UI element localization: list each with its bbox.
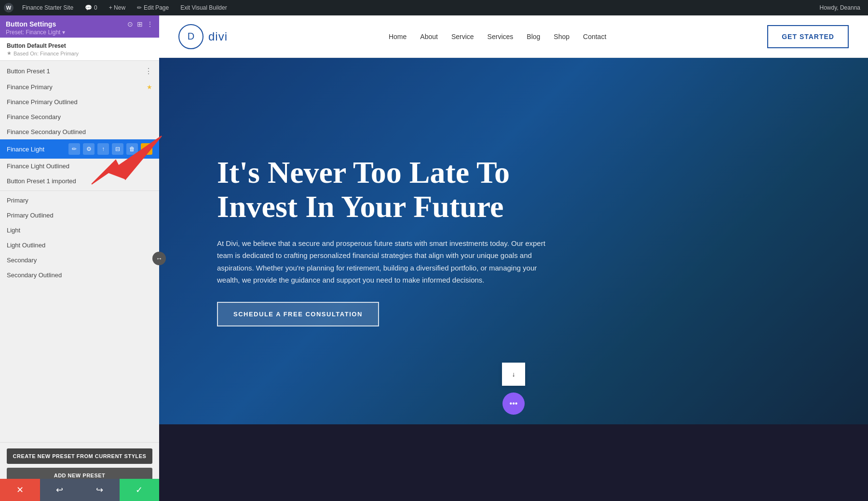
preset-list: Button Preset 1 ⋮ Finance Primary ★ Fina…: [0, 61, 159, 284]
admin-comments[interactable]: 💬 0: [82, 0, 100, 15]
redo-button[interactable]: ↪: [80, 479, 120, 501]
cancel-button[interactable]: ✕: [0, 479, 40, 501]
nav-home[interactable]: Home: [389, 33, 407, 41]
logo-text: divi: [208, 30, 228, 43]
default-preset-section: Button Default Preset ★ Based On: Financ…: [0, 38, 159, 61]
default-preset-title: Button Default Preset: [7, 42, 152, 49]
preset-item-finance-secondary-outlined[interactable]: Finance Secondary Outlined: [0, 124, 159, 139]
scroll-down-button[interactable]: ↓: [502, 363, 525, 386]
nav-about[interactable]: About: [420, 33, 438, 41]
save-icon: ✓: [136, 485, 143, 495]
preset-item-finance-light-outlined[interactable]: Finance Light Outlined: [0, 159, 159, 174]
ellipsis-icon: •••: [510, 399, 518, 408]
redo-icon: ↪: [96, 485, 103, 495]
preset-export-icon[interactable]: ↑: [97, 143, 109, 155]
arrow-down-icon: ↓: [512, 371, 515, 378]
preset-item-finance-primary[interactable]: Finance Primary ★: [0, 80, 159, 95]
admin-site-name[interactable]: Finance Starter Site: [19, 0, 76, 15]
preset-item-finance-secondary[interactable]: Finance Secondary: [0, 109, 159, 124]
panel-resize-handle[interactable]: ↔: [152, 252, 166, 265]
hero-body-text: At Divi, we believe that a secure and pr…: [217, 237, 555, 286]
admin-new[interactable]: + New: [106, 0, 128, 15]
preset-star-active-icon[interactable]: ★: [141, 143, 152, 155]
admin-exit-builder[interactable]: Exit Visual Builder: [177, 0, 230, 15]
admin-howdy: Howdy, Deanna: [816, 4, 865, 11]
preset-item-button-preset-1[interactable]: Button Preset 1 ⋮: [0, 63, 159, 80]
site-logo: D divi: [178, 24, 228, 49]
panel-content: Button Default Preset ★ Based On: Financ…: [0, 38, 159, 442]
preset-item-button-preset-1-imported[interactable]: Button Preset 1 imported: [0, 174, 159, 189]
button-settings-panel: Button Settings Preset: Finance Light ▾ …: [0, 15, 159, 501]
preset-edit-icon[interactable]: ✏: [68, 143, 80, 155]
nav-blog[interactable]: Blog: [527, 33, 540, 41]
preset-item-primary-outlined[interactable]: Primary Outlined: [0, 208, 159, 223]
nav-shop[interactable]: Shop: [554, 33, 570, 41]
undo-button[interactable]: ↩: [40, 479, 80, 501]
panel-more-icon[interactable]: ⋮: [147, 20, 153, 28]
divi-options-button[interactable]: •••: [502, 393, 525, 415]
based-on-star-icon: ★: [7, 50, 12, 56]
bottom-toolbar: ✕ ↩ ↪ ✓: [0, 479, 159, 501]
hero-content: It's Never Too Late To Invest In Your Fu…: [217, 156, 583, 326]
preset-item-secondary-outlined[interactable]: Secondary Outlined: [0, 268, 159, 283]
hero-section: It's Never Too Late To Invest In Your Fu…: [159, 58, 868, 424]
panel-header-icons: ⊙ ⊞ ⋮: [127, 20, 153, 28]
hero-cta-button[interactable]: SCHEDULE A FREE CONSULTATION: [217, 302, 379, 326]
hero-title: It's Never Too Late To Invest In Your Fu…: [217, 156, 583, 224]
site-navigation: D divi Home About Service Services Blog …: [159, 15, 868, 58]
nav-contact[interactable]: Contact: [583, 33, 606, 41]
nav-cta-button[interactable]: GET STARTED: [767, 25, 849, 48]
preset-active-actions: ✏ ⚙ ↑ ⊟ 🗑 ★: [68, 143, 152, 155]
nav-services[interactable]: Services: [488, 33, 514, 41]
panel-header: Button Settings Preset: Finance Light ▾ …: [0, 15, 159, 38]
save-button[interactable]: ✓: [120, 479, 160, 501]
preset-settings-icon[interactable]: ⚙: [83, 143, 95, 155]
preset-based-on: ★ Based On: Finance Primary: [7, 50, 152, 56]
panel-title: Button Settings: [6, 20, 65, 28]
panel-layout-icon[interactable]: ⊞: [137, 20, 143, 28]
preset-item-finance-primary-outlined[interactable]: Finance Primary Outlined: [0, 95, 159, 109]
wp-logo-icon[interactable]: W: [4, 3, 14, 13]
preset-item-light-outlined[interactable]: Light Outlined: [0, 238, 159, 253]
preset-dots-icon[interactable]: ⋮: [145, 67, 152, 76]
admin-bar: W Finance Starter Site 💬 0 + New ✏ Edit …: [0, 0, 868, 15]
preset-item-light[interactable]: Light: [0, 223, 159, 238]
create-preset-button[interactable]: CREATE NEW PRESET FROM CURRENT STYLES: [7, 448, 152, 464]
preset-delete-icon[interactable]: 🗑: [126, 143, 138, 155]
undo-icon: ↩: [56, 485, 63, 495]
website-preview: D divi Home About Service Services Blog …: [159, 15, 868, 501]
panel-responsive-icon[interactable]: ⊙: [127, 20, 133, 28]
preset-star-icon: ★: [147, 83, 152, 91]
nav-service[interactable]: Service: [451, 33, 474, 41]
preset-item-finance-light[interactable]: Finance Light ✏ ⚙ ↑ ⊟ 🗑 ★: [0, 139, 159, 159]
admin-edit-page[interactable]: ✏ Edit Page: [134, 0, 172, 15]
logo-circle-icon: D: [178, 24, 203, 49]
preset-item-primary[interactable]: Primary: [0, 193, 159, 208]
preset-item-secondary[interactable]: Secondary: [0, 253, 159, 268]
cancel-icon: ✕: [16, 485, 24, 495]
panel-preset-selector[interactable]: Preset: Finance Light ▾: [6, 29, 65, 36]
preset-duplicate-icon[interactable]: ⊟: [112, 143, 123, 155]
nav-links: Home About Service Services Blog Shop Co…: [389, 33, 606, 41]
